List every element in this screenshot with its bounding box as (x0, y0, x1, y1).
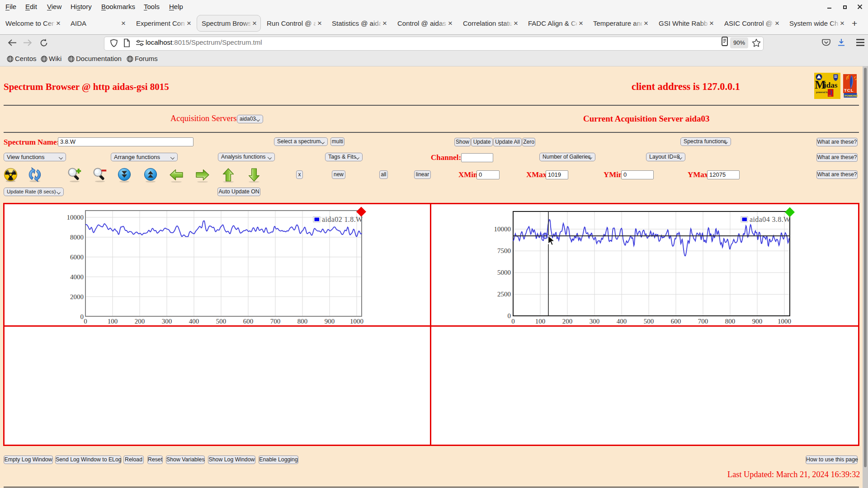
svg-text:8000: 8000 (70, 234, 84, 241)
svg-text:300: 300 (162, 318, 172, 325)
svg-text:800: 800 (725, 318, 736, 325)
svg-text:100: 100 (535, 318, 546, 325)
svg-text:0: 0 (508, 312, 511, 319)
svg-text:6000: 6000 (70, 253, 84, 261)
svg-text:2500: 2500 (497, 291, 511, 298)
svg-text:800: 800 (297, 318, 308, 325)
svg-text:aida02 1.8.W: aida02 1.8.W (322, 216, 363, 223)
svg-text:700: 700 (270, 318, 281, 325)
svg-text:aida04 3.8.W: aida04 3.8.W (750, 216, 791, 223)
svg-text:900: 900 (325, 318, 335, 325)
svg-text:4000: 4000 (70, 273, 84, 281)
svg-text:300: 300 (590, 318, 600, 325)
svg-text:0: 0 (80, 313, 84, 320)
svg-text:200: 200 (562, 318, 573, 325)
svg-text:2000: 2000 (70, 293, 84, 300)
svg-text:1000: 1000 (350, 318, 363, 325)
svg-text:0: 0 (511, 318, 515, 325)
svg-text:1000: 1000 (778, 318, 791, 325)
svg-text:400: 400 (617, 318, 627, 325)
svg-text:200: 200 (135, 318, 145, 325)
svg-text:0: 0 (84, 318, 87, 325)
svg-text:10000: 10000 (494, 225, 511, 233)
svg-text:500: 500 (216, 318, 226, 325)
svg-text:5000: 5000 (497, 269, 511, 276)
svg-text:600: 600 (671, 318, 681, 325)
svg-text:900: 900 (752, 318, 763, 325)
svg-text:600: 600 (243, 318, 254, 325)
svg-text:100: 100 (108, 318, 118, 325)
svg-text:10000: 10000 (67, 214, 84, 221)
svg-text:700: 700 (698, 318, 708, 325)
svg-text:400: 400 (189, 318, 199, 325)
svg-text:500: 500 (644, 318, 654, 325)
svg-text:7500: 7500 (497, 247, 511, 254)
